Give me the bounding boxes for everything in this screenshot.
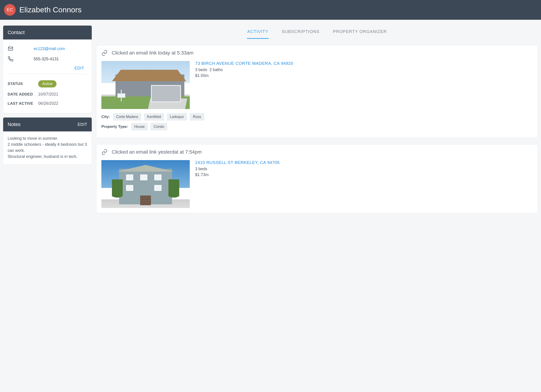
notes-card-header: Notes EDIT (3, 118, 92, 131)
page-title: Elizabeth Connors (19, 5, 82, 14)
property-address-link[interactable]: 73 BIRCH AVENUE CORTE MADERA, CA 94925 (195, 61, 293, 66)
phone-icon (8, 56, 13, 62)
last-active-label: LAST ACTIVE (8, 101, 35, 106)
last-active-value: 06/26/2022 (38, 101, 58, 106)
contact-card-header: Contact (3, 26, 92, 40)
activity-event: Clicked an email link today at 5:33am (112, 50, 193, 56)
notes-card: Notes EDIT Looking to move in summer. 2 … (3, 118, 92, 165)
activity-item: Clicked an email link today at 5:33am 73… (96, 45, 538, 138)
activity-event: Clicked an email link yesterdat at 7:54p… (112, 149, 202, 155)
link-icon (101, 50, 108, 56)
divider (8, 74, 87, 74)
notes-body: Looking to move in summer. 2 middle scho… (8, 135, 87, 160)
city-chip[interactable]: Kentfield (144, 113, 164, 121)
city-chip[interactable]: Corte Madera (113, 113, 141, 121)
tab-property-organizer[interactable]: PROPERTY ORGANIZER (333, 27, 387, 39)
email-icon (8, 46, 13, 52)
property-address-link[interactable]: 2410 RUSSELL ST BERKELEY, CA 94705 (195, 160, 280, 165)
avatar: EC (4, 4, 16, 16)
sidebar: Contact ec123@mail.com (3, 26, 92, 169)
type-chip[interactable]: House (131, 123, 148, 130)
type-filter-label: Property Type: (101, 124, 128, 129)
property-price: $1.50m (195, 73, 293, 78)
tab-subscriptions[interactable]: SUBSCRIPTIONS (281, 27, 320, 39)
contact-card: Contact ec123@mail.com (3, 26, 92, 113)
property-price: $1.73m (195, 172, 280, 178)
tabs: ACTIVITY SUBSCRIPTIONS PROPERTY ORGANIZE… (96, 26, 538, 39)
tab-activity[interactable]: ACTIVITY (247, 27, 269, 39)
avatar-initials: EC (7, 7, 13, 12)
topbar: EC Elizabeth Connors (0, 0, 541, 20)
link-icon (101, 149, 108, 155)
property-image[interactable] (101, 61, 190, 109)
type-chip[interactable]: Condo (151, 123, 167, 130)
activity-item: Clicked an email link yesterdat at 7:54p… (96, 144, 538, 213)
status-label: STATUS (8, 82, 35, 86)
city-chip[interactable]: Ross (190, 113, 204, 121)
city-chip[interactable]: Larkspur (167, 113, 187, 121)
contact-email[interactable]: ec123@mail.com (34, 46, 65, 51)
contact-phone: 555-325-4131 (34, 57, 59, 62)
notes-card-title: Notes (8, 122, 21, 127)
property-beds: 3 beds (195, 67, 207, 72)
property-image[interactable] (101, 160, 190, 208)
property-baths: 2 baths (209, 67, 223, 72)
contact-edit-button[interactable]: EDIT (8, 64, 87, 74)
main: ACTIVITY SUBSCRIPTIONS PROPERTY ORGANIZE… (96, 26, 538, 213)
status-badge: Active (38, 80, 57, 88)
city-filter-label: City: (101, 115, 110, 119)
property-beds: 3 beds (195, 166, 280, 172)
date-added-label: DATE ADDED (8, 92, 35, 97)
notes-edit-button[interactable]: EDIT (78, 122, 87, 127)
contact-card-title: Contact (8, 30, 25, 36)
date-added-value: 10/07/2021 (38, 92, 58, 97)
